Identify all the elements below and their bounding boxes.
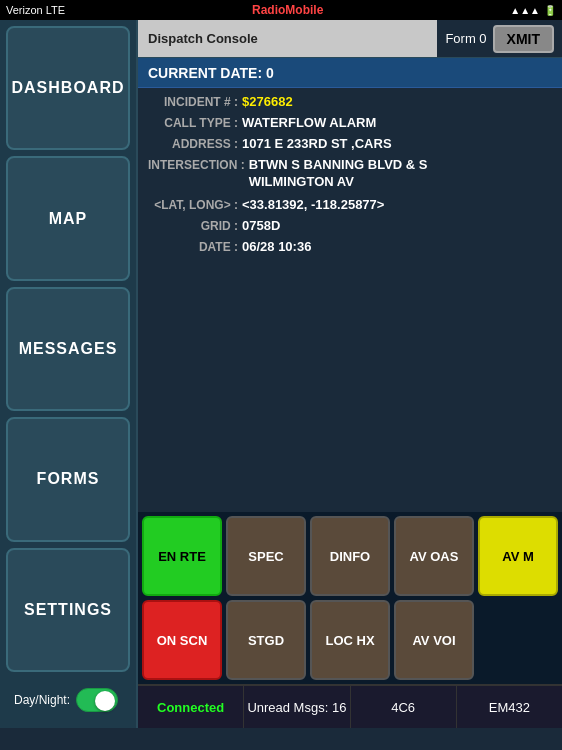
connection-status: Connected [138,686,244,728]
sidebar-item-settings[interactable]: SETTINGS [6,548,130,672]
action-btn-av-m[interactable]: AV M [478,516,558,596]
grid-label: GRID : [148,219,238,233]
dispatch-console-title: Dispatch Console [138,20,437,57]
current-date-bar: CURRENT DATE: 0 [138,58,562,88]
lat-long-value: <33.81392, -118.25877> [242,197,384,212]
carrier-label: Verizon LTE [6,4,65,16]
date-label: DATE : [148,240,238,254]
main-layout: DASHBOARD MAP MESSAGES FORMS SETTINGS Da… [0,20,562,728]
sidebar-item-dashboard[interactable]: DASHBOARD [6,26,130,150]
sidebar-item-forms[interactable]: FORMS [6,417,130,541]
call-type-value: WATERFLOW ALARM [242,115,376,130]
lat-long-label: <LAT, LONG> : [148,198,238,212]
action-btn-av-voi[interactable]: AV VOI [394,600,474,680]
action-btn-en-rte[interactable]: EN RTE [142,516,222,596]
incident-number-value: $276682 [242,94,293,109]
incident-number-label: INCIDENT # : [148,95,238,109]
day-night-label: Day/Night: [14,693,70,707]
unit-id: EM432 [457,686,562,728]
incident-number-row: INCIDENT # : $276682 [148,94,552,109]
address-value: 1071 E 233RD ST ,CARS [242,136,392,151]
grid-value: 0758D [242,218,280,233]
action-btn-av-oas[interactable]: AV OAS [394,516,474,596]
unread-messages: Unread Msgs: 16 [244,686,350,728]
call-type-row: CALL TYPE : WATERFLOW ALARM [148,115,552,130]
intersection-value: BTWN S BANNING BLVD & S WILMINGTON AV [249,157,489,191]
app-title: RadioMobile [252,3,323,17]
status-bar: Verizon LTE RadioMobile ▲▲▲ 🔋 [0,0,562,20]
form-label: Form 0 [445,31,486,46]
action-btn-dinfo[interactable]: DINFO [310,516,390,596]
call-type-label: CALL TYPE : [148,116,238,130]
date-value: 06/28 10:36 [242,239,311,254]
incident-data: INCIDENT # : $276682 CALL TYPE : WATERFL… [138,88,562,512]
form-area: Form 0 XMIT [437,20,562,57]
lat-long-row: <LAT, LONG> : <33.81392, -118.25877> [148,197,552,212]
unit-code: 4C6 [351,686,457,728]
action-btn-stgd[interactable]: STGD [226,600,306,680]
header-row: Dispatch Console Form 0 XMIT [138,20,562,58]
address-row: ADDRESS : 1071 E 233RD ST ,CARS [148,136,552,151]
date-row: DATE : 06/28 10:36 [148,239,552,254]
intersection-row: INTERSECTION : BTWN S BANNING BLVD & S W… [148,157,552,191]
sidebar-item-messages[interactable]: MESSAGES [6,287,130,411]
day-night-toggle[interactable] [76,688,118,712]
sidebar-item-map[interactable]: MAP [6,156,130,280]
bottom-status-bar: Connected Unread Msgs: 16 4C6 EM432 [138,684,562,728]
intersection-label: INTERSECTION : [148,158,245,172]
toggle-knob [95,691,115,711]
signal-icon: ▲▲▲ [510,5,540,16]
action-btn-spec[interactable]: SPEC [226,516,306,596]
day-night-area: Day/Night: [6,678,130,722]
address-label: ADDRESS : [148,137,238,151]
content-area: Dispatch Console Form 0 XMIT CURRENT DAT… [138,20,562,728]
sidebar: DASHBOARD MAP MESSAGES FORMS SETTINGS Da… [0,20,138,728]
action-btn-on-scn[interactable]: ON SCN [142,600,222,680]
action-btn-loc-hx[interactable]: LOC HX [310,600,390,680]
battery-icon: 🔋 [544,5,556,16]
grid-row: GRID : 0758D [148,218,552,233]
action-buttons-grid: EN RTE SPEC DINFO AV OAS AV M ON SCN STG… [138,512,562,684]
xmit-button[interactable]: XMIT [493,25,554,53]
